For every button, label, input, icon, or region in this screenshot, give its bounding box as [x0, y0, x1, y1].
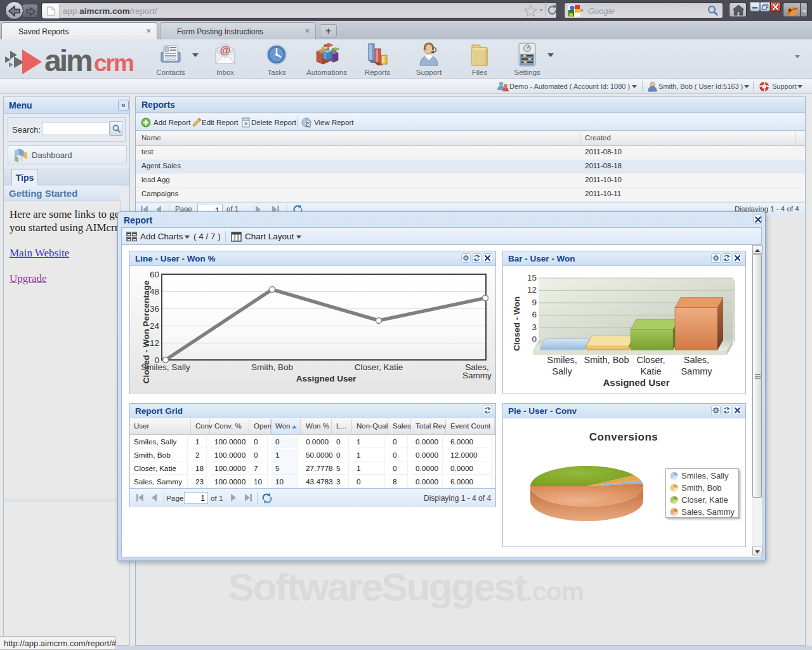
- svg-text:Closer, Katie: Closer, Katie: [355, 362, 403, 372]
- svg-text:Assigned User: Assigned User: [296, 374, 357, 383]
- svg-text:0: 0: [532, 335, 537, 344]
- svg-text:48: 48: [150, 287, 159, 296]
- svg-text:Smith, Bob: Smith, Bob: [251, 362, 293, 372]
- svg-text:Sales,: Sales,: [684, 355, 709, 365]
- svg-text:Closed - Won Percentage: Closed - Won Percentage: [141, 280, 151, 383]
- svg-text:9: 9: [532, 298, 537, 307]
- svg-text:3: 3: [532, 322, 537, 332]
- svg-text:15: 15: [527, 273, 537, 282]
- svg-text:@: @: [220, 44, 231, 56]
- svg-text:Assigned User: Assigned User: [603, 377, 669, 388]
- svg-text:12: 12: [527, 285, 537, 295]
- svg-text:crm: crm: [94, 50, 133, 76]
- svg-text:36: 36: [150, 304, 159, 314]
- svg-text:Sammy: Sammy: [462, 371, 492, 380]
- svg-text:12: 12: [150, 338, 159, 348]
- svg-text:6: 6: [532, 310, 537, 319]
- svg-text:a: a: [244, 120, 247, 126]
- svg-text:Closed - Won: Closed - Won: [512, 296, 521, 351]
- svg-text:Sammy: Sammy: [681, 366, 712, 376]
- svg-text:Smiles,: Smiles,: [547, 355, 577, 365]
- svg-text:Smith, Bob: Smith, Bob: [584, 355, 629, 365]
- svg-text:24: 24: [150, 321, 160, 331]
- svg-text:Closer,: Closer,: [636, 355, 665, 365]
- svg-text:60: 60: [150, 270, 159, 279]
- svg-text:Sally: Sally: [552, 366, 572, 376]
- svg-text:Katie: Katie: [640, 366, 661, 376]
- svg-text:Conversions: Conversions: [589, 431, 658, 443]
- svg-text:aim: aim: [44, 44, 91, 76]
